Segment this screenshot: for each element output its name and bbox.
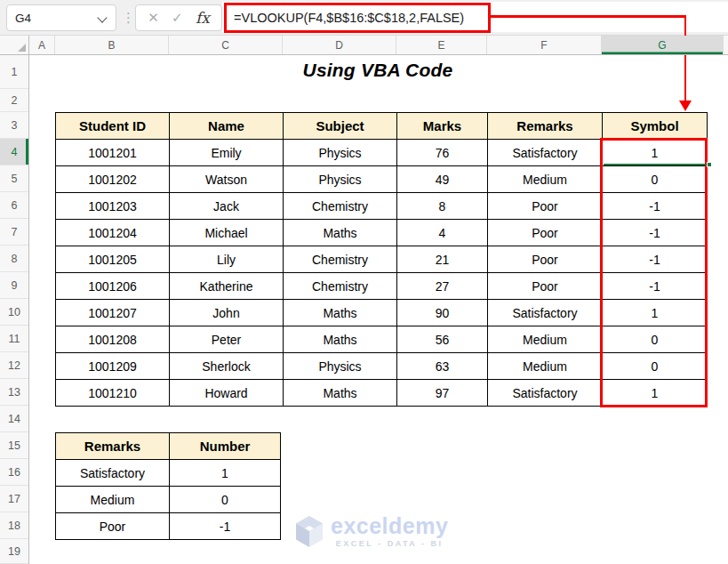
cancel-icon[interactable]: ✕ <box>148 10 159 26</box>
cell[interactable]: 27 <box>397 273 488 300</box>
column-header-cell[interactable]: Marks <box>397 113 488 140</box>
column-header-D[interactable]: D <box>283 36 396 54</box>
row-header-10[interactable]: 10 <box>0 299 28 326</box>
row-header-16[interactable]: 16 <box>0 459 28 486</box>
formula-input[interactable]: =VLOOKUP(F4,$B$16:$C$18,2,FALSE) <box>224 3 491 33</box>
cell[interactable]: -1 <box>603 246 708 273</box>
column-header-partial[interactable] <box>724 36 728 54</box>
cell[interactable]: 49 <box>397 166 488 193</box>
cell[interactable]: Poor <box>488 193 603 220</box>
cell[interactable]: 4 <box>397 220 488 246</box>
cell[interactable]: Maths <box>284 380 397 407</box>
cell[interactable]: -1 <box>603 220 708 246</box>
cell[interactable]: 1 <box>603 300 708 326</box>
cell[interactable]: 1001208 <box>56 326 170 353</box>
column-header-cell[interactable]: Symbol <box>603 113 708 140</box>
column-header-B[interactable]: B <box>55 36 169 54</box>
cell[interactable]: 63 <box>397 353 488 380</box>
column-header-cell[interactable]: Remarks <box>488 113 603 140</box>
row-header-6[interactable]: 6 <box>0 192 28 219</box>
cell[interactable]: 76 <box>397 140 488 166</box>
row-header-5[interactable]: 5 <box>0 165 28 192</box>
name-box[interactable]: G4 <box>6 4 116 31</box>
row-header-8[interactable]: 8 <box>0 246 28 272</box>
cell[interactable]: Poor <box>488 246 603 273</box>
cell[interactable]: 0 <box>603 166 708 193</box>
row-header-14[interactable]: 14 <box>0 406 28 432</box>
cell[interactable]: 1001210 <box>56 380 170 407</box>
cell[interactable]: 0 <box>603 326 708 353</box>
cell[interactable]: Jack <box>170 193 284 220</box>
insert-function-fx-icon[interactable]: fx <box>196 9 210 27</box>
cell[interactable]: Katherine <box>170 273 284 300</box>
cell[interactable]: Poor <box>488 273 603 300</box>
column-header-cell[interactable]: Remarks <box>56 433 170 460</box>
cell[interactable]: Chemistry <box>284 246 397 273</box>
cell[interactable]: Poor <box>56 513 170 540</box>
cell[interactable]: 1001205 <box>56 246 170 273</box>
cell[interactable]: 21 <box>397 246 488 273</box>
cell[interactable]: Satisfactory <box>488 380 603 407</box>
cell[interactable]: Physics <box>284 166 397 193</box>
row-header-2[interactable]: 2 <box>0 89 28 112</box>
column-header-cell[interactable]: Name <box>170 113 284 140</box>
cell[interactable]: 1001204 <box>56 220 170 246</box>
cell[interactable]: 8 <box>397 193 488 220</box>
row-header-18[interactable]: 18 <box>0 512 28 539</box>
cell[interactable]: Medium <box>56 487 170 513</box>
cell[interactable]: Medium <box>488 353 603 380</box>
column-header-C[interactable]: C <box>169 36 283 54</box>
cell[interactable]: 1 <box>603 140 708 166</box>
cell[interactable]: Peter <box>170 326 284 353</box>
select-all-corner[interactable] <box>0 36 29 54</box>
cell[interactable]: 1001201 <box>56 140 170 166</box>
cell[interactable]: 1001203 <box>56 193 170 220</box>
column-header-cell[interactable]: Subject <box>284 113 397 140</box>
chevron-down-icon[interactable] <box>99 13 108 22</box>
cell[interactable]: Physics <box>284 140 397 166</box>
column-header-cell[interactable]: Student ID <box>56 113 170 140</box>
row-header-12[interactable]: 12 <box>0 352 28 379</box>
row-header-17[interactable]: 17 <box>0 486 28 512</box>
cell[interactable]: 1001209 <box>56 353 170 380</box>
row-header-11[interactable]: 11 <box>0 326 28 352</box>
cell[interactable]: Watson <box>170 166 284 193</box>
cell[interactable]: Satisfactory <box>488 140 603 166</box>
cell[interactable]: -1 <box>603 193 708 220</box>
fill-handle[interactable] <box>707 162 712 167</box>
cell[interactable]: John <box>170 300 284 326</box>
cell[interactable]: 1001206 <box>56 273 170 300</box>
row-header-19[interactable]: 19 <box>0 539 28 564</box>
cell[interactable]: Howard <box>170 380 284 407</box>
cell[interactable]: Chemistry <box>284 273 397 300</box>
cell[interactable]: 90 <box>397 300 488 326</box>
cell[interactable]: -1 <box>603 273 708 300</box>
row-header-7[interactable]: 7 <box>0 219 28 246</box>
cell[interactable]: Michael <box>170 220 284 246</box>
cell[interactable]: Chemistry <box>284 193 397 220</box>
row-header-4[interactable]: 4 <box>0 139 28 165</box>
row-header-9[interactable]: 9 <box>0 272 28 299</box>
row-header-13[interactable]: 13 <box>0 379 28 406</box>
cell[interactable]: 56 <box>397 326 488 353</box>
cell[interactable]: Maths <box>284 326 397 353</box>
column-header-G[interactable]: G <box>602 36 724 54</box>
cell[interactable]: Medium <box>488 166 603 193</box>
cell[interactable]: 0 <box>170 487 281 513</box>
column-header-E[interactable]: E <box>396 36 487 54</box>
row-header-1[interactable]: 1 <box>0 55 28 89</box>
cell[interactable]: 1001207 <box>56 300 170 326</box>
cell[interactable]: -1 <box>170 513 281 540</box>
cell[interactable]: 97 <box>397 380 488 407</box>
cell[interactable]: Emily <box>170 140 284 166</box>
cell[interactable]: 0 <box>603 353 708 380</box>
cell[interactable]: Maths <box>284 220 397 246</box>
cell[interactable]: Poor <box>488 220 603 246</box>
cell[interactable]: Medium <box>488 326 603 353</box>
cell[interactable]: Satisfactory <box>56 460 170 487</box>
cell[interactable]: Lily <box>170 246 284 273</box>
cell[interactable]: Sherlock <box>170 353 284 380</box>
cell[interactable]: 1 <box>170 460 281 487</box>
column-header-A[interactable]: A <box>29 36 55 54</box>
column-header-F[interactable]: F <box>487 36 602 54</box>
